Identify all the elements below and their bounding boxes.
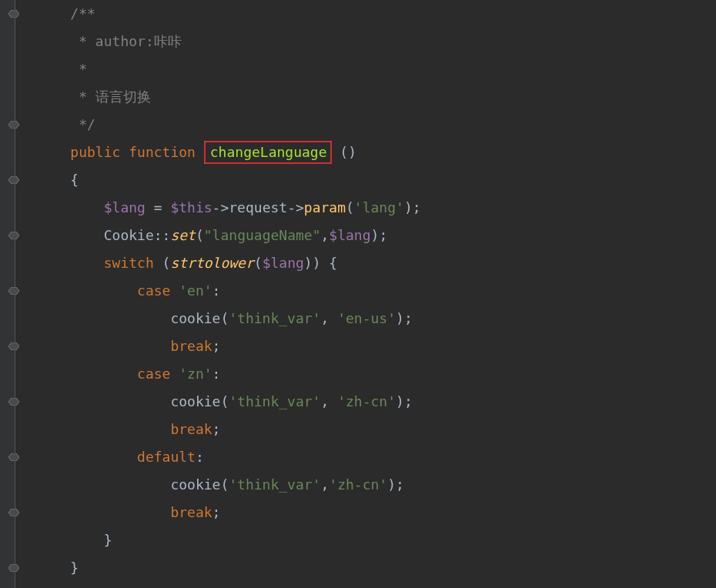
method-call: set: [170, 227, 196, 243]
string: 'zh-cn': [337, 393, 396, 409]
function-call: cookie: [170, 393, 220, 409]
code-line: break;: [15, 332, 716, 360]
code-line: case 'en':: [15, 277, 716, 305]
method-call: param: [304, 199, 346, 215]
code-line: cookie('think_var', 'zh-cn');: [15, 388, 716, 416]
fold-marker-icon[interactable]: [8, 121, 21, 129]
comment-end: */: [70, 116, 95, 132]
svg-marker-2: [8, 176, 19, 184]
brace-close: }: [104, 532, 112, 548]
keyword-case: case: [137, 366, 170, 382]
brace-open: {: [70, 172, 79, 188]
fold-marker-icon[interactable]: [8, 453, 21, 461]
string: 'think_var': [229, 393, 320, 409]
code-line: cookie('think_var', 'en-us');: [15, 305, 716, 332]
code-line: case 'zn':: [15, 360, 716, 388]
variable: $lang: [263, 255, 304, 271]
code-line: Cookie::set("languageName",$lang);: [15, 222, 716, 249]
fold-marker-icon[interactable]: [8, 287, 21, 295]
function-name-highlight: changeLanguage: [204, 141, 332, 164]
property: request: [229, 199, 287, 215]
code-line: * 语言切换: [15, 83, 716, 111]
string: 'zh-cn': [329, 476, 387, 493]
fold-marker-icon[interactable]: [8, 342, 21, 350]
class-name: Cookie: [104, 227, 154, 243]
svg-marker-0: [8, 10, 19, 18]
string: 'zn': [179, 366, 212, 382]
fold-marker-icon[interactable]: [8, 509, 21, 516]
svg-marker-4: [8, 287, 19, 295]
keyword-default: default: [137, 449, 196, 465]
comment-blank: *: [70, 61, 87, 77]
fold-marker-icon[interactable]: [8, 10, 21, 18]
variable: $this: [170, 199, 212, 215]
code-line: $lang = $this->request->param('lang');: [15, 194, 716, 222]
code-line: default:: [15, 443, 716, 471]
string: 'lang': [354, 199, 404, 215]
keyword-public: public: [70, 144, 120, 160]
code-line: public function changeLanguage (): [15, 139, 716, 166]
code-line: *: [15, 55, 716, 83]
svg-marker-8: [8, 509, 19, 516]
string: 'en-us': [337, 310, 396, 326]
code-area[interactable]: /** * author:咔咔 * * 语言切换 */ public funct…: [15, 0, 716, 582]
string: "languageName": [204, 227, 321, 243]
variable: $lang: [329, 227, 370, 243]
keyword-break: break: [170, 504, 212, 520]
fold-marker-icon[interactable]: [8, 564, 21, 572]
keyword-break: break: [170, 338, 212, 354]
svg-marker-9: [8, 564, 19, 572]
function-name: changeLanguage: [210, 144, 327, 160]
code-line: }: [15, 526, 716, 554]
code-line: break;: [15, 416, 716, 443]
fold-marker-icon[interactable]: [8, 398, 21, 406]
variable: $lang: [104, 199, 146, 215]
code-line: /**: [15, 0, 716, 28]
brace-close: }: [70, 560, 79, 576]
code-line: switch (strtolower($lang)) {: [15, 249, 716, 277]
comment-author: * author:咔咔: [70, 33, 181, 49]
svg-marker-3: [8, 232, 19, 239]
code-line: */: [15, 111, 716, 139]
svg-marker-6: [8, 398, 19, 406]
fold-marker-icon[interactable]: [8, 176, 21, 184]
builtin-function: strtolower: [170, 255, 253, 271]
function-call: cookie: [170, 476, 220, 493]
code-line: cookie('think_var','zh-cn');: [15, 471, 716, 499]
keyword-break: break: [170, 421, 212, 437]
string: 'think_var': [229, 310, 320, 326]
code-line: * author:咔咔: [15, 28, 716, 55]
keyword-function: function: [129, 144, 196, 160]
keyword-case: case: [137, 282, 170, 299]
code-line: {: [15, 166, 716, 194]
code-line: break;: [15, 499, 716, 526]
parens: (): [340, 144, 356, 160]
comment-start: /**: [70, 5, 95, 22]
svg-marker-7: [8, 453, 19, 461]
comment-desc: * 语言切换: [70, 89, 151, 105]
fold-marker-icon[interactable]: [8, 232, 21, 239]
svg-marker-1: [8, 121, 19, 129]
function-call: cookie: [170, 310, 220, 326]
string: 'think_var': [229, 476, 320, 493]
string: 'en': [179, 282, 212, 299]
keyword-switch: switch: [104, 255, 154, 271]
svg-marker-5: [8, 342, 19, 350]
code-line: }: [15, 554, 716, 582]
